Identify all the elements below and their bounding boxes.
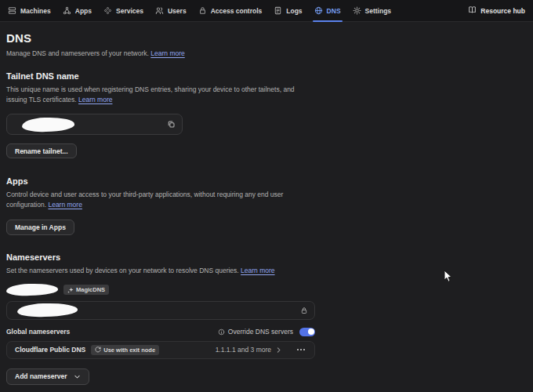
learn-more-link-apps[interactable]: Learn more: [48, 201, 82, 209]
resource-hub-label: Resource hub: [480, 7, 525, 15]
resource-hub-button[interactable]: Resource hub: [468, 5, 525, 16]
nameservers-heading: Nameservers: [6, 252, 527, 262]
nav-item-machines[interactable]: Machines: [8, 0, 51, 22]
add-nameserver-button[interactable]: Add nameserver: [6, 368, 89, 385]
toggle-knob: [308, 328, 314, 335]
manage-in-apps-button[interactable]: Manage in Apps: [6, 220, 74, 235]
nav-label: Access controls: [211, 7, 263, 15]
override-dns-servers: Override DNS servers: [218, 328, 315, 336]
override-label: Override DNS servers: [228, 328, 293, 336]
exit-node-icon: [95, 347, 101, 353]
nav-label: Settings: [365, 7, 392, 15]
global-nameservers-row: Global nameservers Override DNS servers: [6, 328, 315, 336]
nav-item-settings[interactable]: Settings: [353, 0, 392, 22]
nav-label: Apps: [75, 7, 92, 15]
learn-more-link-dns[interactable]: Learn more: [150, 49, 184, 57]
tailnet-dns-heading: Tailnet DNS name: [6, 71, 527, 81]
nameservers-description: Set the nameservers used by devices on y…: [6, 266, 299, 276]
nav-label: Users: [168, 7, 187, 15]
page-title: DNS: [6, 31, 527, 45]
learn-more-link-tailnet[interactable]: Learn more: [78, 96, 112, 103]
nav-item-users[interactable]: Users: [155, 0, 187, 22]
apps-icon: [63, 6, 71, 15]
nav-item-services[interactable]: Services: [103, 0, 143, 22]
page-subtitle: Manage DNS and nameservers of your netwo…: [6, 49, 527, 57]
override-dns-toggle[interactable]: [299, 328, 315, 336]
nav-item-apps[interactable]: Apps: [63, 0, 92, 22]
redacted-domain: [17, 303, 78, 318]
use-with-exit-node-badge: Use with exit node: [91, 345, 159, 355]
chevron-right-icon: [275, 347, 282, 354]
main-content: DNS Manage DNS and nameservers of your n…: [0, 31, 533, 385]
chevron-down-icon: [74, 373, 81, 380]
info-icon: [218, 328, 225, 336]
dns-name-locked-field[interactable]: [6, 301, 315, 320]
book-icon: [468, 5, 477, 16]
tailnet-dns-description: This unique name is used when registerin…: [6, 85, 299, 104]
global-nameservers-label: Global nameservers: [6, 328, 70, 336]
nav-label: Logs: [286, 7, 302, 15]
tailnet-name-field: [6, 114, 183, 135]
nameserver-value: 1.1.1.1 and 3 more: [216, 346, 306, 354]
redacted-tailnet-name: [22, 117, 74, 132]
magicdns-badge: MagicDNS: [63, 285, 109, 295]
services-icon: [103, 6, 112, 15]
nav-label: Machines: [20, 7, 51, 15]
rename-tailnet-button[interactable]: Rename tailnet...: [6, 143, 77, 158]
sparkle-icon: [67, 287, 74, 293]
users-icon: [155, 6, 164, 15]
nav-label: Services: [116, 7, 143, 15]
learn-more-link-nameservers[interactable]: Learn more: [241, 267, 274, 274]
magicdns-row: MagicDNS: [6, 283, 527, 297]
nameserver-row-cloudflare[interactable]: Cloudflare Public DNS Use with exit node…: [6, 341, 315, 359]
gear-icon: [353, 6, 361, 15]
nav-item-access-controls[interactable]: Access controls: [198, 0, 263, 22]
lock-icon: [198, 6, 207, 15]
apps-heading: Apps: [6, 176, 527, 186]
copy-icon[interactable]: [167, 120, 176, 129]
nameserver-name: Cloudflare Public DNS: [15, 346, 85, 354]
nav-label: DNS: [327, 7, 341, 15]
top-navigation: Machines Apps Services Users Access cont…: [0, 0, 533, 22]
lock-small-icon: [300, 307, 308, 314]
nav-item-logs[interactable]: Logs: [274, 0, 302, 22]
apps-description: Control device and user access to your t…: [6, 190, 299, 209]
machines-icon: [8, 6, 16, 15]
logs-icon: [274, 6, 282, 15]
redacted-dns-name: [6, 283, 58, 296]
nav-item-dns[interactable]: DNS: [314, 0, 341, 22]
globe-icon: [314, 6, 323, 15]
row-menu-button[interactable]: [296, 347, 306, 353]
dns-admin-page: Machines Apps Services Users Access cont…: [0, 0, 533, 392]
